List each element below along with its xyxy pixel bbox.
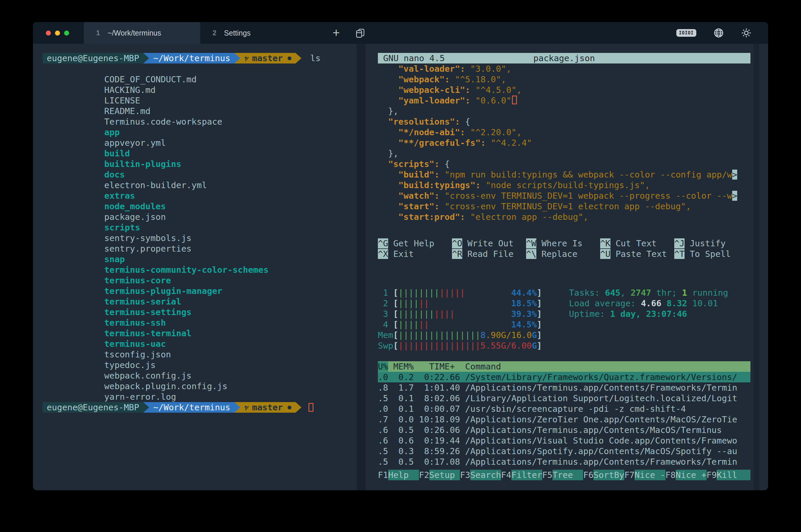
tab-number: 2 [212,29,217,37]
htop-summary-line: Tasks: 645, 2747 thr; 1 running [569,287,751,298]
file-name: docs [105,170,125,179]
function-key-button[interactable]: F4Filter [501,470,542,480]
file-name: tsconfig.json [105,349,171,359]
process-row[interactable]: .0 0.1 0:00.07 /usr/sbin/screencapture -… [378,403,750,414]
nano-file-name: package.json [378,53,750,63]
function-key-label: Nice + [676,470,707,480]
function-key: F3 [460,470,470,480]
function-key: F1 [378,470,388,480]
nano-code-line: "webpack": "^5.18.0", [378,74,750,84]
file-name: yarn-error.log [105,392,176,402]
shortcut-key: ^K [600,239,611,248]
meter-bracket: [ [393,330,398,340]
process-row[interactable]: .8 1.7 1:01.40 /Applications/Terminus.ap… [378,382,750,393]
function-key: F8 [666,470,676,480]
tab-terminal[interactable]: 1 ~/Work/terminus [84,22,200,44]
meter-bracket: [ [393,320,398,329]
meter-bracket: [ [393,288,398,298]
file-name: CODE_OF_CONDUCT.md [105,74,197,84]
prompt-user-segment: eugene@Eugenes-MBP [43,53,143,63]
process-row[interactable]: .5 0.5 0:17.08 /Applications/Terminus.ap… [378,456,750,467]
file-name: extras [105,191,135,201]
settings-gear-icon[interactable] [741,27,751,38]
terminal-pane-right[interactable]: GNU nano 4.5 package.json "val-loader": … [366,44,768,490]
nano-shortcut[interactable]: ^G Get Help [378,238,452,249]
function-key-label: Nice - [635,470,666,480]
pane-divider[interactable] [357,44,366,490]
file-name: scripts [105,223,140,232]
nano-shortcut[interactable]: ^R Read File [452,249,526,259]
process-row[interactable]: .6 0.5 0:26.06 /Applications/Terminus.ap… [378,425,750,435]
meter-bars: |||||| [398,298,429,309]
function-key-button[interactable]: F3Search [460,470,501,480]
nano-shortcut[interactable]: ^U Paste Text [600,249,674,259]
function-key-button[interactable]: F8Nice + [666,470,707,480]
htop-summary: Tasks: 645, 2747 thr; 1 running Load ave… [569,287,751,319]
shortcut-label: Get Help [388,239,434,248]
git-branch-name: master [252,53,283,63]
tab-settings[interactable]: 2 Settings [200,22,317,44]
shortcut-key: ^X [378,249,388,259]
meter-bracket: [ [393,298,398,308]
nano-shortcut[interactable]: ^O Write Out [452,238,526,249]
meter-bracket: [ [393,309,398,319]
shortcut-key: ^U [600,249,611,259]
nano-shortcut[interactable]: ^W Where Is [526,238,600,249]
process-row[interactable]: .5 0.3 8:59.26 /Applications/Spotify.app… [378,446,750,456]
terminal-pane-left[interactable]: eugene@Eugenes-MBP ~/Work/terminus maste… [33,44,357,490]
function-key-button[interactable]: F5Tree [542,470,583,480]
new-tab-button[interactable]: + [333,27,340,39]
file-name: appveyor.yml [105,138,166,148]
nano-editor-body[interactable]: "val-loader": "3.0.0", "webpack": "^5.18… [378,63,750,222]
process-row[interactable]: .0 0.2 0:22.66 /System/Library/Framework… [378,372,750,382]
process-row[interactable]: .6 0.6 0:19.44 /Applications/Visual Stud… [378,435,750,446]
split-pane-area: eugene@Eugenes-MBP ~/Work/terminus maste… [33,44,768,490]
file-name: sentry.properties [105,244,192,254]
file-name: terminus-uac [105,339,166,349]
meter-bars: |||||||||||||||| [398,330,480,340]
file-name: terminus-serial [105,297,182,307]
close-window-button[interactable] [46,31,51,36]
nano-shortcut[interactable]: ^\ Replace [526,249,600,259]
meter-label: Swp [378,340,393,351]
globe-icon[interactable] [713,27,724,38]
meter-value: 39.3% [511,309,537,319]
git-branch-icon [244,54,249,62]
file-name: webpack.plugin.config.js [105,381,228,391]
shortcut-label: Read File [462,249,514,259]
tab-title: ~/Work/terminus [108,29,161,37]
nano-shortcut[interactable]: ^K Cut Text [600,238,674,249]
process-row[interactable]: .5 0.1 8:02.06 /Library/Application Supp… [378,393,750,403]
terminal-cursor [309,403,314,412]
function-key-label: SortBy [593,470,624,480]
git-modified-dot-icon [287,56,292,60]
shortcut-label: Justify [685,239,726,248]
powerline-arrow-icon [143,53,149,63]
powerline-arrow-icon [234,402,240,413]
htop-summary-line: Load average: 4.66 8.32 10.01 [569,298,751,309]
function-key-button[interactable]: F6SortBy [583,470,624,480]
nano-shortcuts-row1: ^G Get Help ^O Write Out ^W Where Is ^K … [378,238,750,249]
serial-port-icon[interactable]: IOIOI [676,29,696,37]
function-key-button[interactable]: F7Nice - [624,470,666,480]
nano-shortcut[interactable]: ^X Exit [378,249,452,259]
file-name: terminus-core [105,276,171,285]
file-name: terminus-plugin-manager [105,286,223,296]
meter-bracket: ] [537,288,542,298]
duplicate-tab-icon[interactable] [355,28,365,38]
terminus-app-window: 1 ~/Work/terminus 2 Settings + IOIOI [33,22,768,490]
meter-bars: |||||||||||||||| [398,340,480,351]
function-key-button[interactable]: F1Help [378,470,419,480]
function-key-button[interactable]: F9Kill [707,470,751,480]
file-name: build [105,148,130,158]
process-row[interactable]: .7 0.0 10:18.09 /Applications/ZeroTier O… [378,414,750,425]
nano-shortcut[interactable]: ^T To Spell [674,249,748,259]
process-table-header[interactable]: U% MEM% TIME+ Command [378,361,750,372]
zoom-window-button[interactable] [64,31,69,36]
function-key-button[interactable]: F2Setup [419,470,460,480]
minimize-window-button[interactable] [55,31,60,36]
file-name: app [105,127,120,137]
function-key: F5 [542,470,553,480]
nano-code-line: "build:typings": "node scripts/build-typ… [378,180,750,190]
nano-shortcut[interactable]: ^J Justify [674,238,748,249]
